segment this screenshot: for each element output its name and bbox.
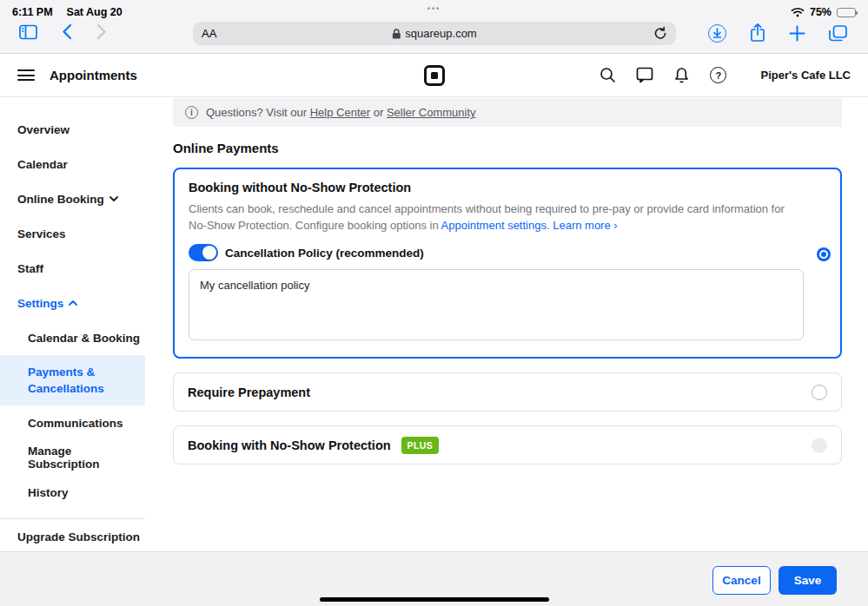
radio-unselected[interactable] <box>812 385 827 400</box>
sidebar-item-staff[interactable]: Staff <box>0 251 145 286</box>
battery-percent: 75% <box>810 6 832 18</box>
banner-text: Questions? Visit our Help Center or Sell… <box>206 106 476 119</box>
cancellation-policy-input[interactable]: My cancellation policy <box>189 269 804 340</box>
sidebar-item-payments-cancellations[interactable]: Payments & Cancellations <box>0 355 145 405</box>
new-tab-icon[interactable] <box>789 25 805 42</box>
sidebar-item-services[interactable]: Services <box>0 216 145 251</box>
notifications-bell-icon[interactable] <box>673 67 690 84</box>
reload-icon[interactable] <box>653 26 667 41</box>
safari-toolbar: AA squareup.com <box>0 23 868 52</box>
card-title: Require Prepayment <box>188 385 310 399</box>
app-header: Appointments ? Piper's Cafe LLC <box>0 54 868 97</box>
card-title: Booking with No-Show Protection <box>188 438 391 452</box>
help-banner: i Questions? Visit our Help Center or Se… <box>173 98 842 127</box>
seller-community-link[interactable]: Seller Community <box>387 106 476 119</box>
sidebar-item-manage-subscription[interactable]: Manage Subscription <box>0 440 145 475</box>
help-icon[interactable]: ? <box>710 67 726 83</box>
sidebar-item-calendar[interactable]: Calendar <box>0 147 145 181</box>
save-button[interactable]: Save <box>779 566 837 595</box>
square-logo-icon <box>424 65 445 86</box>
sidebar-item-upgrade-subscription[interactable]: Upgrade Subscription <box>0 519 145 554</box>
radio-selected[interactable] <box>817 247 831 261</box>
page-title: Online Payments <box>173 141 842 155</box>
tabs-icon[interactable] <box>829 25 847 42</box>
plus-badge: PLUS <box>401 437 440 454</box>
lock-icon <box>392 29 401 39</box>
address-bar[interactable]: AA squareup.com <box>193 22 676 45</box>
main-content: i Questions? Visit our Help Center or Se… <box>145 98 868 551</box>
back-button-icon[interactable] <box>62 23 72 40</box>
sidebar-item-overview[interactable]: Overview <box>0 112 145 147</box>
messages-icon[interactable] <box>636 67 653 83</box>
card-title: Booking without No-Show Protection <box>189 181 826 194</box>
reader-mode-button[interactable]: AA <box>202 27 216 40</box>
chevron-up-icon <box>69 300 77 306</box>
toggle-label: Cancellation Policy (recommended) <box>225 247 424 260</box>
status-bar: 6:11 PM Sat Aug 20 ••• 75% <box>0 0 868 23</box>
forward-button-icon[interactable] <box>96 23 107 40</box>
option-card-booking-without-protection[interactable]: Booking without No-Show Protection Clien… <box>173 168 842 359</box>
action-bar: Cancel Save <box>0 551 868 606</box>
sidebar-item-communications[interactable]: Communications <box>0 405 145 440</box>
sidebar-item-history[interactable]: History <box>0 475 145 510</box>
multitask-dots-icon: ••• <box>427 4 441 13</box>
wifi-icon <box>791 7 805 17</box>
browser-chrome: 6:11 PM Sat Aug 20 ••• 75% <box>0 0 868 54</box>
chevron-down-icon <box>109 196 118 201</box>
help-center-link[interactable]: Help Center <box>310 106 370 119</box>
battery-icon <box>837 8 856 17</box>
menu-icon[interactable] <box>17 69 35 81</box>
sidebar-item-online-booking[interactable]: Online Booking <box>0 181 145 216</box>
search-icon[interactable] <box>600 67 616 83</box>
clock: 6:11 PM <box>12 6 53 18</box>
cancellation-policy-toggle[interactable] <box>189 244 218 261</box>
app-title: Appointments <box>50 68 137 82</box>
account-name[interactable]: Piper's Cafe LLC <box>760 69 851 82</box>
url-text: squareup.com <box>405 27 476 40</box>
sidebar-item-calendar-booking[interactable]: Calendar & Booking <box>0 320 145 355</box>
screen: 6:11 PM Sat Aug 20 ••• 75% <box>0 0 868 606</box>
downloads-icon[interactable] <box>708 24 726 43</box>
sidebar-toggle-icon[interactable] <box>19 24 37 40</box>
share-icon[interactable] <box>750 23 765 43</box>
radio-disabled <box>812 438 827 453</box>
learn-more-link[interactable]: Learn more › <box>553 219 617 232</box>
home-indicator[interactable] <box>320 597 549 602</box>
cancellation-policy-row: Cancellation Policy (recommended) <box>189 244 826 261</box>
appointment-settings-link[interactable]: Appointment settings. <box>441 219 550 232</box>
sidebar-nav: Overview Calendar Online Booking Service… <box>0 98 145 551</box>
cancel-button[interactable]: Cancel <box>712 566 771 595</box>
option-card-booking-with-protection[interactable]: Booking with No-Show Protection PLUS <box>173 425 842 464</box>
sidebar-item-settings[interactable]: Settings <box>0 286 145 320</box>
option-card-require-prepayment[interactable]: Require Prepayment <box>173 372 842 412</box>
card-description: Clients can book, reschedule and cancel … <box>189 201 793 234</box>
info-icon: i <box>185 106 198 119</box>
date: Sat Aug 20 <box>67 6 123 18</box>
